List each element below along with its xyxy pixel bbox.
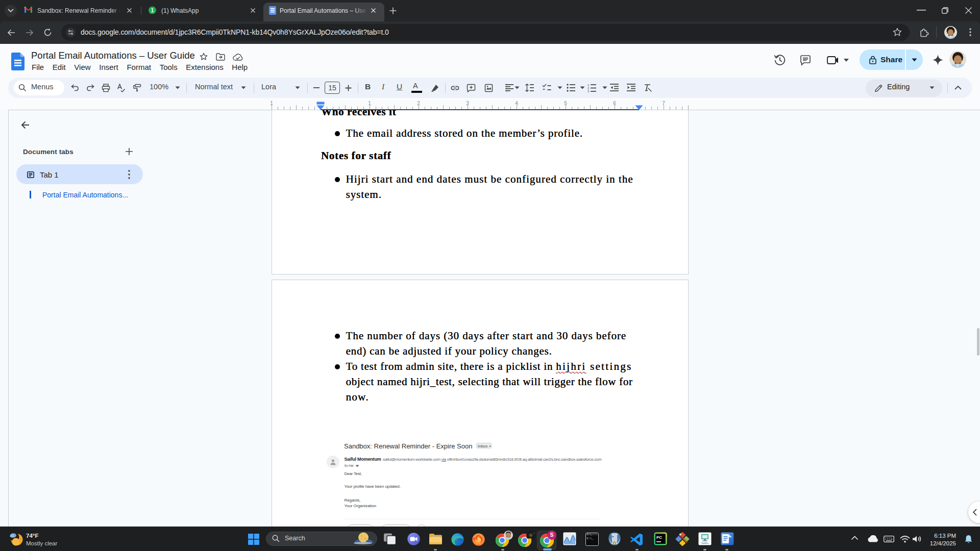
svg-text:1: 1 [587,84,590,87]
svg-text:TaskPro: TaskPro [701,542,709,544]
svg-text:C:\_: C:\_ [587,533,593,536]
svg-text:3: 3 [587,90,590,92]
svg-text:1: 1 [151,7,154,13]
svg-text:PC: PC [656,535,662,540]
svg-text:C:\_: C:\_ [587,537,594,540]
